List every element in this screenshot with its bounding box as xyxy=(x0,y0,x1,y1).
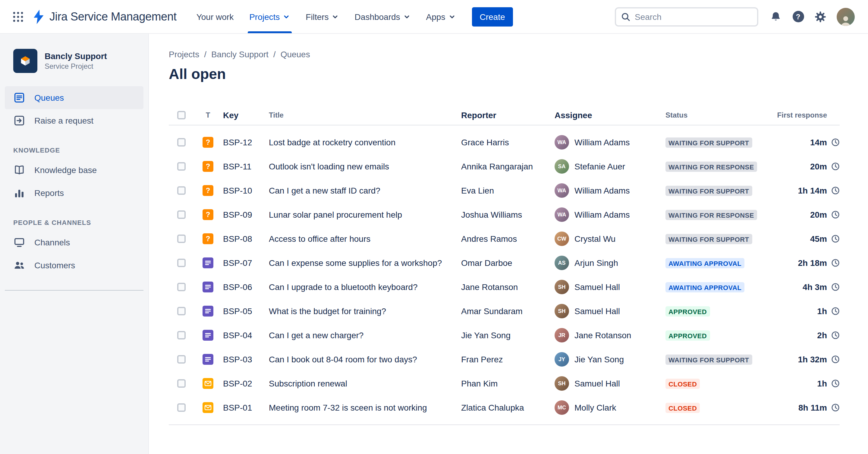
issue-title-link[interactable]: Subscription renewal xyxy=(269,379,449,388)
issue-key[interactable]: BSP-05 xyxy=(219,306,267,316)
row-checkbox[interactable] xyxy=(177,162,186,171)
form-glyph xyxy=(204,356,212,363)
table-row[interactable]: BSP-11 Outlook isn't loading new emails … xyxy=(169,154,840,178)
issue-key[interactable]: BSP-12 xyxy=(219,138,267,147)
reporter-name: Zlatica Chalupka xyxy=(456,403,551,413)
assignee-avatar: CW xyxy=(555,232,569,246)
row-checkbox[interactable] xyxy=(177,210,186,219)
row-checkbox[interactable] xyxy=(177,235,186,243)
nav-label: Projects xyxy=(249,12,280,22)
row-checkbox[interactable] xyxy=(177,283,186,291)
row-checkbox[interactable] xyxy=(177,307,186,315)
row-checkbox[interactable] xyxy=(177,259,186,267)
issue-key[interactable]: BSP-08 xyxy=(219,234,267,244)
select-all-checkbox[interactable] xyxy=(177,111,186,119)
table-row[interactable]: BSP-03 Can I book out 8-04 room for two … xyxy=(169,347,840,371)
table-row[interactable]: BSP-08 Access to office after hours Andr… xyxy=(169,227,840,251)
table-row[interactable]: BSP-10 Can I get a new staff ID card? Ev… xyxy=(169,178,840,203)
issue-key[interactable]: BSP-10 xyxy=(219,186,267,195)
table-row[interactable]: BSP-04 Can I get a new charger? Jie Yan … xyxy=(169,323,840,347)
question-glyph xyxy=(206,139,210,146)
issue-title-link[interactable]: Can I upgrade to a bluetooth keyboard? xyxy=(269,282,449,292)
nav-dashboards[interactable]: Dashboards xyxy=(347,0,418,33)
col-header-title[interactable]: Title xyxy=(267,111,456,119)
issue-title-link[interactable]: Outlook isn't loading new emails xyxy=(269,161,449,171)
issue-key[interactable]: BSP-06 xyxy=(219,282,267,292)
issue-key[interactable]: BSP-04 xyxy=(219,330,267,340)
col-header-key[interactable]: Key xyxy=(219,110,267,120)
col-header-status[interactable]: Status xyxy=(661,111,773,119)
chevron-down-icon xyxy=(448,13,456,20)
nav-projects[interactable]: Projects xyxy=(241,0,298,33)
sidebar-item-reports[interactable]: Reports xyxy=(5,181,144,204)
app-switcher-button[interactable] xyxy=(8,7,28,26)
row-checkbox[interactable] xyxy=(177,331,186,339)
table-row[interactable]: BSP-05 What is the budget for training? … xyxy=(169,299,840,323)
sidebar-item-raise-request[interactable]: Raise a request xyxy=(5,109,144,132)
breadcrumb-project[interactable]: Bancly Support xyxy=(211,50,269,59)
table-row[interactable]: BSP-06 Can I upgrade to a bluetooth keyb… xyxy=(169,275,840,299)
reporter-name: Omar Darboe xyxy=(456,258,551,268)
notifications-button[interactable] xyxy=(766,7,785,26)
sidebar-item-queues[interactable]: Queues xyxy=(5,86,144,109)
col-header-first-response[interactable]: First response xyxy=(773,111,840,119)
row-checkbox[interactable] xyxy=(177,355,186,364)
sidebar-section-people-channels: PEOPLE & CHANNELS xyxy=(0,219,148,226)
channels-icon xyxy=(13,236,25,248)
question-glyph xyxy=(206,211,210,218)
breadcrumb-projects[interactable]: Projects xyxy=(169,50,199,59)
issue-title-link[interactable]: Lunar solar panel procurement help xyxy=(269,210,449,219)
reporter-name: Jie Yan Song xyxy=(456,330,551,340)
issue-title-link[interactable]: Can I book out 8-04 room for two days? xyxy=(269,355,449,364)
create-button[interactable]: Create xyxy=(472,7,513,26)
issue-title-link[interactable]: Meeting room 7-32 is sceen is not workin… xyxy=(269,403,449,413)
issue-key[interactable]: BSP-11 xyxy=(219,161,267,171)
breadcrumb-queues[interactable]: Queues xyxy=(281,50,310,59)
issue-title-link[interactable]: What is the budget for training? xyxy=(269,306,449,316)
issue-key[interactable]: BSP-03 xyxy=(219,355,267,364)
issue-key[interactable]: BSP-09 xyxy=(219,210,267,219)
help-button[interactable] xyxy=(788,7,808,26)
sidebar-item-customers[interactable]: Customers xyxy=(5,254,144,277)
assignee-avatar: SH xyxy=(555,304,569,319)
sidebar-item-knowledge-base[interactable]: Knowledge base xyxy=(5,158,144,181)
user-avatar[interactable] xyxy=(837,7,855,26)
assignee-name: Crystal Wu xyxy=(575,234,615,244)
nav-apps[interactable]: Apps xyxy=(418,0,464,33)
main-content: Projects / Bancly Support / Queues All o… xyxy=(149,34,868,454)
table-row[interactable]: BSP-02 Subscription renewal Phan Kim SH … xyxy=(169,371,840,395)
col-header-assignee[interactable]: Assignee xyxy=(551,110,661,120)
nav-filters[interactable]: Filters xyxy=(298,0,347,33)
col-header-type[interactable]: T xyxy=(196,111,219,119)
page-title: All open xyxy=(169,65,868,83)
issue-title-link[interactable]: Can I get a new staff ID card? xyxy=(269,186,449,195)
issue-key[interactable]: BSP-02 xyxy=(219,379,267,388)
jira-logo[interactable]: Jira Service Management xyxy=(33,9,177,24)
row-checkbox[interactable] xyxy=(177,138,186,147)
issue-title-link[interactable]: Lost badge at rocketry convention xyxy=(269,138,449,147)
issue-title-link[interactable]: Can I expense some supplies for a worksh… xyxy=(269,258,449,268)
issue-key[interactable]: BSP-07 xyxy=(219,258,267,268)
col-header-reporter[interactable]: Reporter xyxy=(456,110,551,120)
question-glyph xyxy=(206,163,210,170)
row-checkbox[interactable] xyxy=(177,403,186,412)
assignee-name: Samuel Hall xyxy=(575,306,620,316)
clock-icon xyxy=(831,307,840,315)
sidebar-item-channels[interactable]: Channels xyxy=(5,231,144,254)
table-row[interactable]: BSP-01 Meeting room 7-32 is sceen is not… xyxy=(169,395,840,420)
row-checkbox[interactable] xyxy=(177,186,186,195)
nav-label: Dashboards xyxy=(355,12,400,22)
search-input[interactable] xyxy=(635,12,752,22)
table-row[interactable]: BSP-07 Can I expense some supplies for a… xyxy=(169,251,840,275)
first-response-time: 8h 11m xyxy=(798,403,827,413)
issue-title-link[interactable]: Can I get a new charger? xyxy=(269,330,449,340)
row-checkbox[interactable] xyxy=(177,379,186,388)
nav-your-work[interactable]: Your work xyxy=(189,0,242,33)
issue-key[interactable]: BSP-01 xyxy=(219,403,267,413)
settings-button[interactable] xyxy=(811,7,830,26)
jira-bolt-icon xyxy=(33,9,44,24)
request-type-icon xyxy=(203,161,213,172)
table-row[interactable]: BSP-12 Lost badge at rocketry convention… xyxy=(169,130,840,154)
table-row[interactable]: BSP-09 Lunar solar panel procurement hel… xyxy=(169,203,840,227)
issue-title-link[interactable]: Access to office after hours xyxy=(269,234,449,244)
